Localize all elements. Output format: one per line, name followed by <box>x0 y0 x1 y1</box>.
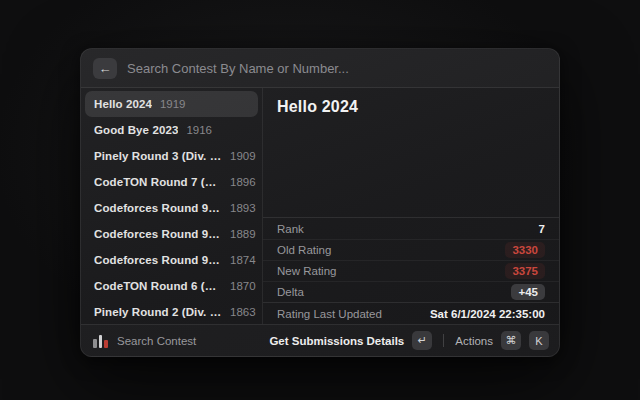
contest-metadata: Rank 7 Old Rating 3330 New Rating 3375 D… <box>263 217 559 324</box>
contest-list-item[interactable]: Pinely Round 2 (Div. 1 + Div. 2) 1863 <box>85 299 258 324</box>
contest-list: Hello 2024 1919 Good Bye 2023 1916 Pinel… <box>81 88 263 324</box>
contest-name: CodeTON Round 6 (Div. 1 + Di… <box>94 280 222 292</box>
rank-value: 7 <box>539 223 545 235</box>
metadata-label: Delta <box>277 286 304 298</box>
contest-rating: 1919 <box>160 98 186 110</box>
back-button[interactable]: ← <box>93 58 117 79</box>
contest-name: Pinely Round 3 (Div. 1 + Div. 2) <box>94 150 222 162</box>
contest-list-item[interactable]: CodeTON Round 6 (Div. 1 + Di… 1870 <box>85 273 258 299</box>
action-bar-divider <box>443 334 444 347</box>
logo-bar <box>104 340 108 348</box>
contest-detail-panel: Hello 2024 Rank 7 Old Rating 3330 New Ra… <box>263 88 559 324</box>
main-content: Hello 2024 1919 Good Bye 2023 1916 Pinel… <box>81 88 559 324</box>
metadata-label: Old Rating <box>277 244 331 256</box>
contest-rating: 1916 <box>186 124 212 136</box>
delta-badge: +45 <box>511 284 545 300</box>
contest-search-window: ← Hello 2024 1919 Good Bye 2023 1916 Pin… <box>80 48 560 357</box>
contest-list-item[interactable]: Good Bye 2023 1916 <box>85 117 258 143</box>
metadata-label: Rating Last Updated <box>277 308 382 320</box>
contest-list-item[interactable]: Codeforces Round 901 (Div. 1) 1874 <box>85 247 258 273</box>
metadata-row-new-rating: New Rating 3375 <box>263 260 559 281</box>
metadata-label: New Rating <box>277 265 336 277</box>
contest-list-item[interactable]: Codeforces Round 908 (Div. 1) 1893 <box>85 195 258 221</box>
contest-rating: 1889 <box>230 228 256 240</box>
metadata-row-rank: Rank 7 <box>263 218 559 239</box>
contest-rating: 1863 <box>230 306 256 318</box>
logo-bar <box>93 339 97 348</box>
contest-name: CodeTON Round 7 (Div. 1 + Di… <box>94 176 222 188</box>
contest-list-item[interactable]: Pinely Round 3 (Div. 1 + Div. 2) 1909 <box>85 143 258 169</box>
detail-spacer <box>263 126 559 217</box>
actions-menu-button[interactable]: Actions <box>455 335 493 347</box>
enter-key-icon[interactable]: ↵ <box>412 331 432 350</box>
primary-action-button[interactable]: Get Submissions Details <box>269 335 404 347</box>
contest-list-item[interactable]: Codeforces Round 906 (Div. 1) 1889 <box>85 221 258 247</box>
cmd-key-icon[interactable]: ⌘ <box>501 331 521 350</box>
search-input[interactable] <box>127 61 547 76</box>
contest-rating: 1870 <box>230 280 256 292</box>
metadata-row-delta: Delta +45 <box>263 281 559 302</box>
contest-name: Codeforces Round 906 (Div. 1) <box>94 228 222 240</box>
search-bar: ← <box>81 49 559 88</box>
k-key-icon[interactable]: K <box>529 331 549 350</box>
metadata-row-old-rating: Old Rating 3330 <box>263 239 559 260</box>
contest-rating: 1874 <box>230 254 256 266</box>
contest-detail-title: Hello 2024 <box>263 88 559 126</box>
command-title: Search Contest <box>117 335 196 347</box>
back-arrow-icon: ← <box>99 61 112 76</box>
contest-list-item[interactable]: Hello 2024 1919 <box>85 91 258 117</box>
contest-name: Hello 2024 <box>94 98 152 110</box>
contest-rating: 1893 <box>230 202 256 214</box>
contest-name: Pinely Round 2 (Div. 1 + Div. 2) <box>94 306 222 318</box>
contest-name: Codeforces Round 908 (Div. 1) <box>94 202 222 214</box>
metadata-row-last-updated: Rating Last Updated Sat 6/1/2024 22:35:0… <box>263 302 559 324</box>
old-rating-badge: 3330 <box>505 242 545 258</box>
metadata-label: Rank <box>277 223 304 235</box>
codeforces-logo-icon <box>93 333 109 348</box>
new-rating-badge: 3375 <box>505 263 545 279</box>
contest-rating: 1896 <box>230 176 256 188</box>
contest-name: Good Bye 2023 <box>94 124 178 136</box>
logo-bar <box>99 335 103 348</box>
contest-name: Codeforces Round 901 (Div. 1) <box>94 254 222 266</box>
contest-list-item[interactable]: CodeTON Round 7 (Div. 1 + Di… 1896 <box>85 169 258 195</box>
action-bar: Search Contest Get Submissions Details ↵… <box>81 324 559 356</box>
contest-rating: 1909 <box>230 150 256 162</box>
last-updated-value: Sat 6/1/2024 22:35:00 <box>430 308 545 320</box>
